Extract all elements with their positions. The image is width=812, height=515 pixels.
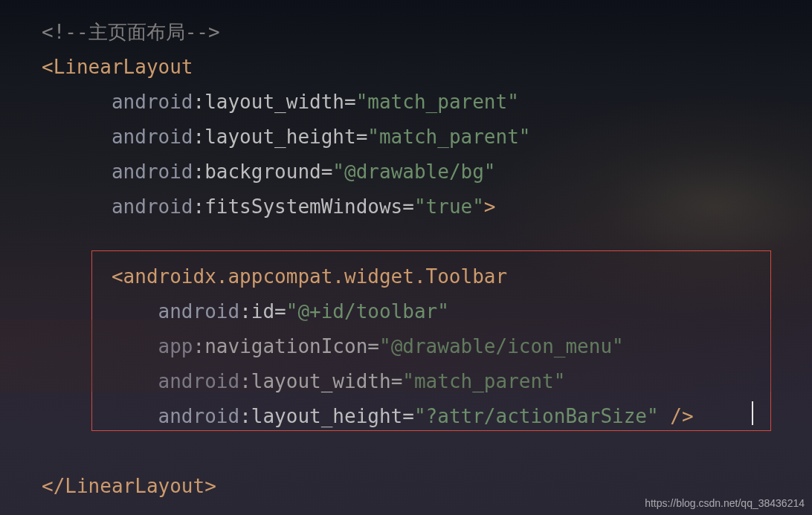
attr-value: "@+id/toolbar" [286, 300, 449, 323]
attr-name: layout_width [251, 370, 391, 392]
tag-close-bracket: > [484, 195, 496, 218]
attr-value: "@drawable/icon_menu" [379, 335, 624, 357]
attr-value: "@drawable/bg" [332, 161, 495, 183]
close-tag-bracket: </ [42, 475, 65, 497]
attr-ns: android [112, 126, 193, 148]
attr-value: "?attr/actionBarSize" [414, 405, 659, 427]
self-close-bracket: /> [659, 405, 694, 427]
attr-value: "true" [414, 195, 484, 218]
tag-open-bracket: < [112, 265, 123, 288]
attr-ns: android [112, 91, 193, 113]
attr-value: "match_parent" [402, 370, 565, 392]
xml-comment: <!--主页面布局--> [42, 21, 220, 43]
attr-name: layout_width [204, 91, 344, 113]
attr-ns: android [158, 370, 240, 392]
attr-ns: android [112, 161, 193, 183]
attr-name: layout_height [251, 405, 403, 427]
code-screenshot: <!--主页面布局--> <LinearLayout android:layou… [0, 0, 812, 515]
attr-value: "match_parent" [356, 91, 519, 113]
attr-name: layout_height [204, 126, 356, 148]
attr-ns: android [158, 300, 240, 323]
attr-ns: android [112, 195, 193, 218]
root-tag-close: LinearLayout [65, 475, 204, 497]
attr-name: navigationIcon [204, 335, 367, 357]
editor-caret [752, 401, 753, 425]
attr-name: id [251, 300, 274, 323]
attr-name: fitsSystemWindows [204, 195, 402, 218]
attr-value: "match_parent" [367, 126, 530, 148]
attr-name: background [204, 161, 321, 183]
close-tag-end: > [204, 475, 216, 497]
code-block: <!--主页面布局--> <LinearLayout android:layou… [42, 15, 790, 504]
toolbar-tag-open: androidx.appcompat.widget.Toolbar [123, 265, 508, 288]
tag-open-bracket: < [42, 56, 54, 78]
watermark-text: https://blog.csdn.net/qq_38436214 [645, 497, 805, 509]
root-tag-open: LinearLayout [54, 56, 193, 78]
attr-ns: app [158, 335, 193, 357]
attr-ns: android [158, 405, 240, 427]
